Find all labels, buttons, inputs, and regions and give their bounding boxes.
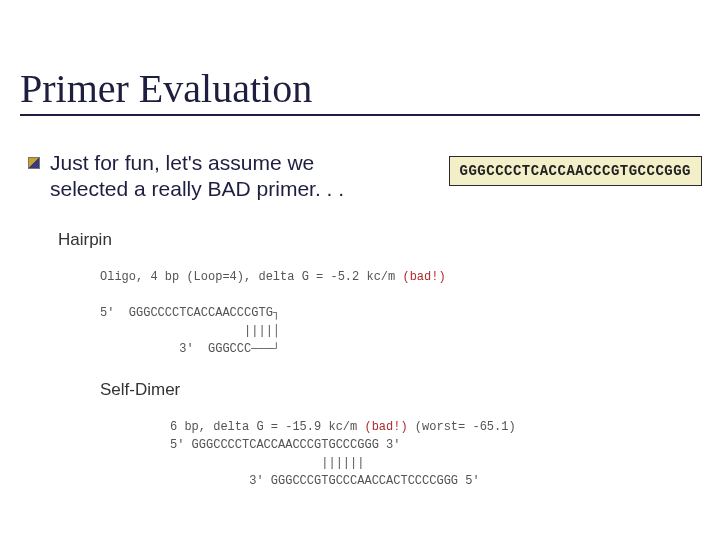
title-underline [20,114,700,116]
bullet-icon [28,157,40,169]
slide: Primer Evaluation Just for fun, let's as… [0,0,720,540]
primer-sequence-box: GGGCCCCTCACCAACCCGTGCCCGGG [449,156,702,186]
hairpin-line3: ||||│ [100,324,280,338]
hairpin-output: Oligo, 4 bp (Loop=4), delta G = -5.2 kc/… [100,268,446,358]
selfdimer-bad-flag: (bad!) [364,420,407,434]
selfdimer-line1-post: (worst= -65.1) [408,420,516,434]
hairpin-line4: 3' GGGCCC───┘ [100,342,280,356]
hairpin-line2: 5' GGGCCCCTCACCAACCCGTG┐ [100,306,280,320]
hairpin-bad-flag: (bad!) [402,270,445,284]
bullet-text: Just for fun, let's assume we selected a… [50,150,388,203]
selfdimer-line1-pre: 6 bp, delta G = -15.9 kc/m [170,420,364,434]
selfdimer-line3: |||||| [170,456,364,470]
selfdimer-line4: 3' GGGCCCGTGCCCAACCACTCCCCGGG 5' [170,474,480,488]
selfdimer-output: 6 bp, delta G = -15.9 kc/m (bad!) (worst… [170,418,516,490]
selfdimer-label: Self-Dimer [100,380,180,400]
bullet-row: Just for fun, let's assume we selected a… [28,150,388,203]
selfdimer-line2: 5' GGGCCCCTCACCAACCCGTGCCCGGG 3' [170,438,400,452]
title-block: Primer Evaluation [20,68,700,116]
slide-title: Primer Evaluation [20,68,700,110]
hairpin-label: Hairpin [58,230,112,250]
hairpin-line1-pre: Oligo, 4 bp (Loop=4), delta G = -5.2 kc/… [100,270,402,284]
